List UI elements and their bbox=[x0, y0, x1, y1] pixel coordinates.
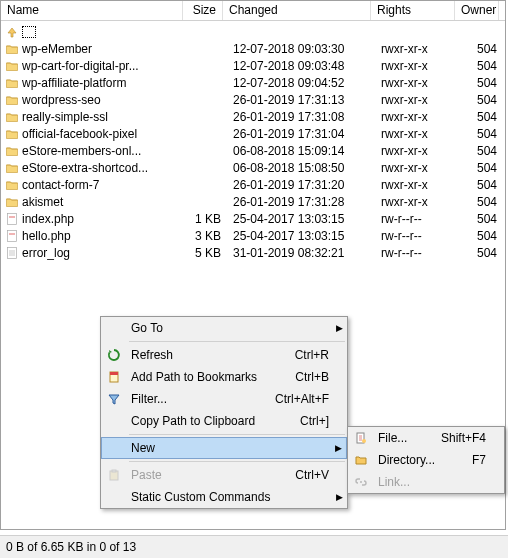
file-changed: 26-01-2019 17:31:20 bbox=[227, 178, 375, 192]
file-row[interactable]: wp-eMember12-07-2018 09:03:30rwxr-xr-x50… bbox=[1, 40, 505, 57]
menu-add-bookmark[interactable]: Add Path to Bookmarks Ctrl+B bbox=[101, 366, 347, 388]
menu-add-bookmark-label: Add Path to Bookmarks bbox=[127, 370, 275, 384]
folder-icon bbox=[5, 195, 19, 209]
refresh-icon bbox=[101, 348, 127, 362]
folder-icon bbox=[5, 59, 19, 73]
file-row[interactable]: akismet26-01-2019 17:31:28rwxr-xr-x504 bbox=[1, 193, 505, 210]
file-row[interactable]: error_log5 KB31-01-2019 08:32:21rw-r--r-… bbox=[1, 244, 505, 261]
file-rights: rwxr-xr-x bbox=[375, 110, 459, 124]
header-name[interactable]: Name bbox=[1, 1, 183, 20]
file-size: 5 KB bbox=[187, 246, 227, 260]
header-size[interactable]: Size bbox=[183, 1, 223, 20]
menu-custom-label: Static Custom Commands bbox=[127, 490, 329, 504]
file-changed: 06-08-2018 15:08:50 bbox=[227, 161, 375, 175]
menu-paste: Paste Ctrl+V bbox=[101, 464, 347, 486]
parent-dir-row[interactable]: .. bbox=[1, 23, 505, 40]
file-changed: 31-01-2019 08:32:21 bbox=[227, 246, 375, 260]
file-owner: 504 bbox=[459, 110, 503, 124]
menu-copy-path[interactable]: Copy Path to Clipboard Ctrl+] bbox=[101, 410, 347, 432]
file-row[interactable]: official-facebook-pixel26-01-2019 17:31:… bbox=[1, 125, 505, 142]
submenu-arrow-icon: ▶ bbox=[336, 492, 343, 502]
folder-icon bbox=[5, 93, 19, 107]
svg-point-1 bbox=[9, 216, 11, 218]
file-row[interactable]: wp-cart-for-digital-pr...12-07-2018 09:0… bbox=[1, 57, 505, 74]
link-icon bbox=[348, 475, 374, 489]
up-arrow-icon bbox=[5, 25, 19, 39]
submenu-arrow-icon: ▶ bbox=[336, 323, 343, 333]
header-rights[interactable]: Rights bbox=[371, 1, 455, 20]
svg-point-2 bbox=[11, 216, 13, 218]
menu-filter[interactable]: Filter... Ctrl+Alt+F bbox=[101, 388, 347, 410]
file-changed: 12-07-2018 09:04:52 bbox=[227, 76, 375, 90]
file-rights: rwxr-xr-x bbox=[375, 59, 459, 73]
svg-rect-0 bbox=[8, 213, 17, 224]
file-owner: 504 bbox=[459, 246, 503, 260]
file-row[interactable]: hello.php3 KB25-04-2017 13:03:15rw-r--r-… bbox=[1, 227, 505, 244]
file-name: official-facebook-pixel bbox=[22, 127, 137, 141]
file-rights: rwxr-xr-x bbox=[375, 144, 459, 158]
menu-copy-path-shortcut: Ctrl+] bbox=[280, 414, 329, 428]
submenu-arrow-icon: ▶ bbox=[335, 443, 342, 453]
submenu-file-label: File... bbox=[374, 431, 421, 445]
menu-custom-commands[interactable]: Static Custom Commands ▶ bbox=[101, 486, 347, 508]
header-owner[interactable]: Owner bbox=[455, 1, 499, 20]
menu-new-label: New bbox=[127, 441, 328, 455]
file-row[interactable]: eStore-members-onl...06-08-2018 15:09:14… bbox=[1, 142, 505, 159]
file-name: wp-cart-for-digital-pr... bbox=[22, 59, 139, 73]
file-icon bbox=[5, 229, 19, 243]
submenu-dir-label: Directory... bbox=[374, 453, 452, 467]
file-owner: 504 bbox=[459, 42, 503, 56]
file-name: really-simple-ssl bbox=[22, 110, 108, 124]
header-changed[interactable]: Changed bbox=[223, 1, 371, 20]
folder-icon bbox=[5, 42, 19, 56]
menu-copy-path-label: Copy Path to Clipboard bbox=[127, 414, 280, 428]
folder-icon bbox=[5, 144, 19, 158]
file-rights: rwxr-xr-x bbox=[375, 178, 459, 192]
submenu-new-file[interactable]: File... Shift+F4 bbox=[348, 427, 504, 449]
menu-refresh-label: Refresh bbox=[127, 348, 275, 362]
file-name: wp-eMember bbox=[22, 42, 92, 56]
menu-refresh[interactable]: Refresh Ctrl+R bbox=[101, 344, 347, 366]
svg-rect-10 bbox=[110, 372, 118, 375]
file-changed: 12-07-2018 09:03:48 bbox=[227, 59, 375, 73]
file-row[interactable]: wordpress-seo26-01-2019 17:31:13rwxr-xr-… bbox=[1, 91, 505, 108]
column-headers: Name Size Changed Rights Owner bbox=[1, 1, 505, 21]
file-rights: rwxr-xr-x bbox=[375, 127, 459, 141]
file-changed: 26-01-2019 17:31:08 bbox=[227, 110, 375, 124]
file-owner: 504 bbox=[459, 161, 503, 175]
file-name: eStore-extra-shortcod... bbox=[22, 161, 148, 175]
file-row[interactable]: eStore-extra-shortcod...06-08-2018 15:08… bbox=[1, 159, 505, 176]
file-owner: 504 bbox=[459, 93, 503, 107]
submenu-new-directory[interactable]: Directory... F7 bbox=[348, 449, 504, 471]
svg-point-7 bbox=[13, 233, 15, 235]
file-owner: 504 bbox=[459, 229, 503, 243]
file-rights: rwxr-xr-x bbox=[375, 76, 459, 90]
file-icon bbox=[5, 246, 19, 260]
file-rights: rw-r--r-- bbox=[375, 229, 459, 243]
menu-new[interactable]: New ▶ bbox=[101, 437, 347, 459]
file-name: contact-form-7 bbox=[22, 178, 99, 192]
file-name: hello.php bbox=[22, 229, 71, 243]
menu-separator bbox=[129, 434, 345, 435]
new-file-icon bbox=[348, 431, 374, 445]
file-row[interactable]: really-simple-ssl26-01-2019 17:31:08rwxr… bbox=[1, 108, 505, 125]
file-changed: 06-08-2018 15:09:14 bbox=[227, 144, 375, 158]
svg-rect-12 bbox=[112, 470, 116, 472]
paste-icon bbox=[101, 468, 127, 482]
file-row[interactable]: index.php1 KB25-04-2017 13:03:15rw-r--r-… bbox=[1, 210, 505, 227]
file-row[interactable]: wp-affiliate-platform12-07-2018 09:04:52… bbox=[1, 74, 505, 91]
file-icon bbox=[5, 212, 19, 226]
menu-filter-label: Filter... bbox=[127, 392, 255, 406]
menu-goto[interactable]: Go To ▶ bbox=[101, 317, 347, 339]
bookmark-icon bbox=[101, 370, 127, 384]
file-rights: rw-r--r-- bbox=[375, 246, 459, 260]
file-changed: 26-01-2019 17:31:04 bbox=[227, 127, 375, 141]
folder-icon bbox=[5, 178, 19, 192]
file-row[interactable]: contact-form-726-01-2019 17:31:20rwxr-xr… bbox=[1, 176, 505, 193]
submenu-link-label: Link... bbox=[374, 475, 486, 489]
folder-icon bbox=[5, 110, 19, 124]
menu-separator bbox=[129, 461, 345, 462]
file-owner: 504 bbox=[459, 195, 503, 209]
menu-filter-shortcut: Ctrl+Alt+F bbox=[255, 392, 329, 406]
context-submenu-new: File... Shift+F4 Directory... F7 Link... bbox=[347, 426, 505, 494]
